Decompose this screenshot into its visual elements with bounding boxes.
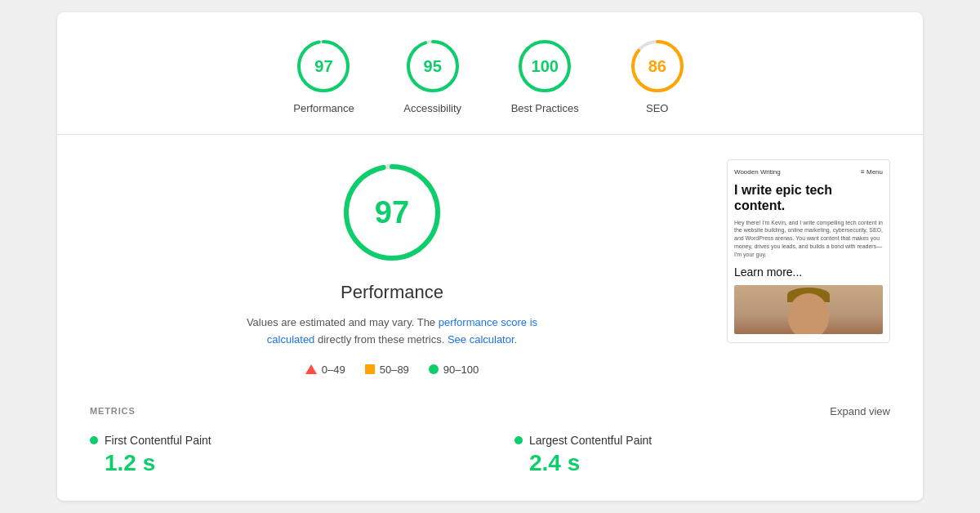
metric-name-row-1: Largest Contentful Paint [514, 434, 890, 447]
legend-item-orange: 50–89 [365, 364, 409, 376]
metrics-section: METRICS Expand view First Contentful Pai… [57, 392, 923, 501]
score-label-best-practices: Best Practices [511, 102, 579, 114]
desc-prefix: Values are estimated and may vary. The [247, 316, 439, 328]
score-number-best-practices: 100 [532, 57, 559, 76]
score-item-seo: 86 SEO [628, 37, 687, 114]
score-number-seo: 86 [648, 57, 666, 76]
score-item-best-practices: 100 Best Practices [511, 37, 579, 114]
phone-menu: ≡ Menu [861, 168, 883, 176]
phone-body: Hey there! I'm Kevin, and I write compel… [734, 219, 883, 259]
score-label-performance: Performance [293, 102, 354, 114]
circle-icon [429, 364, 439, 374]
score-item-performance: 97 Performance [293, 37, 354, 114]
calculator-link[interactable]: See calculator. [448, 333, 517, 346]
metric-item-1: Largest Contentful Paint 2.4 s [514, 434, 890, 476]
metric-name-1: Largest Contentful Paint [529, 434, 652, 447]
score-label-accessibility: Accessibility [403, 102, 461, 114]
legend-range-orange: 50–89 [380, 364, 409, 376]
metric-dot-1 [514, 436, 523, 444]
big-score-circle: 97 [339, 159, 445, 265]
phone-cta: Learn more... [734, 265, 883, 279]
metric-value-0: 1.2 s [90, 450, 466, 476]
circle-performance: 97 [294, 37, 353, 96]
face-oval [788, 293, 829, 334]
legend-item-green: 90–100 [429, 364, 479, 376]
metrics-title: METRICS [90, 406, 136, 416]
score-number-performance: 97 [314, 57, 332, 76]
phone-preview: Wooden Writing ≡ Menu I write epic tech … [727, 159, 890, 342]
right-panel: Wooden Writing ≡ Menu I write epic tech … [727, 159, 890, 376]
metric-name-0: First Contentful Paint [105, 434, 212, 447]
score-label-seo: SEO [646, 102, 668, 114]
metric-name-row-0: First Contentful Paint [90, 434, 466, 447]
metric-item-0: First Contentful Paint 1.2 s [90, 434, 466, 476]
square-icon [365, 364, 375, 374]
phone-brand: Wooden Writing [734, 168, 781, 176]
metric-dot-0 [90, 436, 98, 444]
metrics-header: METRICS Expand view [90, 405, 890, 417]
score-row: 97 Performance 95 Accessibility 100 Best [57, 12, 923, 135]
main-content: 97 Performance Values are estimated and … [57, 135, 923, 392]
phone-headline: I write epic tech content. [734, 182, 883, 213]
legend-range-green: 90–100 [443, 364, 479, 376]
circle-accessibility: 95 [403, 37, 462, 96]
left-panel: 97 Performance Values are estimated and … [90, 159, 694, 376]
phone-header: Wooden Writing ≡ Menu [734, 168, 883, 176]
legend-item-red: 0–49 [305, 364, 345, 376]
perf-description: Values are estimated and may vary. The p… [237, 314, 547, 349]
main-perf-title: Performance [341, 282, 443, 303]
main-card: 97 Performance 95 Accessibility 100 Best [57, 12, 923, 501]
legend: 0–49 50–89 90–100 [305, 364, 479, 376]
metric-value-1: 2.4 s [514, 450, 890, 476]
score-item-accessibility: 95 Accessibility [403, 37, 462, 114]
phone-face-image [734, 285, 883, 334]
legend-range-red: 0–49 [322, 364, 345, 376]
score-number-accessibility: 95 [424, 57, 442, 76]
big-score-number: 97 [375, 195, 409, 230]
circle-seo: 86 [628, 37, 687, 96]
desc-suffix: directly from these metrics. [314, 333, 448, 346]
circle-best-practices: 100 [515, 37, 574, 96]
expand-view-button[interactable]: Expand view [830, 405, 890, 417]
metrics-grid: First Contentful Paint 1.2 s Largest Con… [90, 434, 890, 476]
triangle-icon [305, 364, 317, 374]
